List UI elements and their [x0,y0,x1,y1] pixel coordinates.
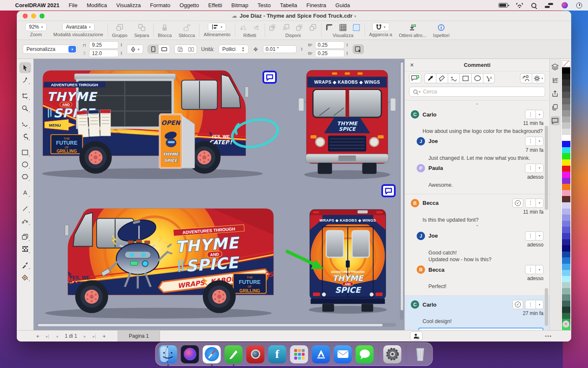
palette-swatch[interactable] [562,74,570,80]
palette-swatch[interactable] [562,104,570,111]
palette-scroll-down-icon[interactable]: ▼ [562,320,570,328]
palette-swatch[interactable] [562,294,570,301]
reply-menu-button[interactable]: ⋮ [525,137,536,146]
palette-swatch[interactable] [562,147,570,154]
shape-tool[interactable] [19,74,31,85]
palette-swatch[interactable] [562,172,570,178]
collapse-thread-icon[interactable]: ⌃ [411,225,543,230]
palette-swatch[interactable] [562,178,570,184]
mirror-horizontal-icon[interactable] [239,24,247,31]
palette-swatch[interactable] [562,252,570,258]
arrow-annotation-tool[interactable] [424,73,436,83]
reply-menu-chevron[interactable]: ▾ [536,137,543,146]
comment-marker-2[interactable] [381,184,396,197]
canvas-horizontal-scrollbar[interactable] [37,323,396,327]
close-panel-icon[interactable]: × [410,61,414,69]
menu-tabella[interactable]: Tabella [280,2,297,8]
add-comment-button[interactable] [409,73,421,83]
palette-swatch[interactable] [562,313,570,319]
layers-inspector-icon[interactable] [551,62,560,71]
rulers-icon[interactable] [326,24,333,31]
palette-swatch[interactable] [562,288,570,294]
nudge-field[interactable]: 0.01 " [263,45,297,53]
connector-tool[interactable] [19,215,31,226]
app-menu[interactable]: CorelDRAW 2021 [15,2,59,8]
add-page-button-right[interactable]: + [102,333,106,339]
highlighter-tool[interactable] [436,73,448,83]
palette-swatch[interactable] [562,196,570,202]
dock-siri-icon[interactable] [181,345,199,363]
get-more-icon[interactable] [409,24,416,31]
palette-swatch[interactable] [562,86,570,92]
comment-menu-chevron[interactable]: ▾ [536,199,543,208]
no-color-swatch[interactable] [562,61,570,66]
comment-menu-chevron[interactable]: ▾ [536,300,543,309]
first-page-button[interactable]: ▸| [46,334,50,339]
objects-inspector-icon[interactable] [551,76,560,85]
duplicate-x-stepper[interactable]: ▲▼ [346,43,349,47]
ungroup-icon[interactable] [138,24,145,31]
truck-front-view[interactable]: WRAPS ◆ KABOBS ◆ WINGS THYME SPICE [295,65,399,184]
ellipse-annotation-tool[interactable] [471,73,483,83]
dock-mail-icon[interactable] [334,345,352,363]
more-options-icon[interactable]: ••• [545,333,552,339]
comment-menu-button[interactable]: ⋮ [525,300,536,309]
palette-swatch[interactable] [562,301,570,307]
collapse-thread-icon[interactable]: ⌃ [411,103,543,108]
add-page-button-left[interactable]: + [36,333,39,339]
palette-swatch[interactable] [562,129,570,135]
current-page-size-button[interactable] [175,45,186,53]
palette-swatch[interactable] [562,276,570,282]
lock-icon[interactable] [161,24,168,31]
drawing-canvas[interactable]: ADVENTURES THROUGH THYME AND SPICE MENU [34,59,404,330]
comments-scrollbar-thumb-2[interactable] [545,288,548,326]
comment-menu-chevron[interactable]: ▾ [536,110,543,119]
export-inspector-icon[interactable] [551,89,560,98]
menu-oggetto[interactable]: Oggetto [180,2,199,8]
menu-modifica[interactable]: Modifica [87,2,107,8]
view-mode-dropdown[interactable]: Avanzata▾ [62,23,94,31]
text-tool[interactable]: A [19,187,31,198]
alignment-dropdown[interactable]: ▾ [208,23,226,31]
clock-icon[interactable] [576,3,582,8]
reply-menu-button[interactable]: ⋮ [525,265,536,274]
last-page-button[interactable]: ▸| [93,334,96,339]
zoom-tool[interactable] [19,103,31,114]
palette-swatch[interactable] [562,202,570,209]
next-page-button[interactable]: ▸ [84,334,86,339]
battery-icon[interactable] [499,3,508,8]
group-icon[interactable] [116,24,123,31]
reply-menu-chevron[interactable]: ▾ [536,164,543,173]
comments-settings-dropdown[interactable]: ▾ [532,73,545,83]
all-pages-size-button[interactable] [186,45,197,53]
eyedropper-tool[interactable] [19,259,31,270]
reply-menu-chevron[interactable]: ▾ [536,265,543,274]
text-annotation-tool[interactable]: A [483,73,495,83]
menu-finestra[interactable]: Finestra [307,2,326,8]
resolve-comment-button[interactable]: ✓ [512,300,523,309]
menu-formato[interactable]: Formato [150,2,170,8]
palette-swatch[interactable] [562,264,570,270]
dock-finder-icon[interactable] [159,345,177,363]
page-height-field[interactable]: 12.0 [89,50,118,57]
palette-swatch[interactable] [562,98,570,104]
menu-bitmap[interactable]: Bitmap [231,2,248,8]
duplicate-y-stepper[interactable]: ▲▼ [346,51,349,56]
landscape-orientation-button[interactable] [159,45,170,53]
freehand-annotation-tool[interactable] [448,73,459,83]
menu-guida[interactable]: Guida [336,2,350,8]
menu-testo[interactable]: Testo [257,2,270,8]
grid-icon[interactable] [339,24,347,31]
comment-marker-1[interactable] [262,71,277,84]
reply-menu-button[interactable]: ⋮ [525,164,536,173]
dock-safari-icon[interactable] [203,345,221,363]
palette-swatch[interactable] [562,92,570,98]
unlock-icon[interactable] [183,24,190,31]
cyan-ellipse-annotation[interactable] [228,114,282,152]
back-one-icon[interactable] [296,24,304,31]
comment-thread-3-selected[interactable]: C Carlo ✓⋮▾ 27 min fa Cool design! [405,296,549,330]
palette-swatch[interactable] [562,270,570,276]
menu-visualizza[interactable]: Visualizza [116,2,141,8]
pages-inspector-icon[interactable] [551,103,560,112]
menu-file[interactable]: File [68,2,77,8]
